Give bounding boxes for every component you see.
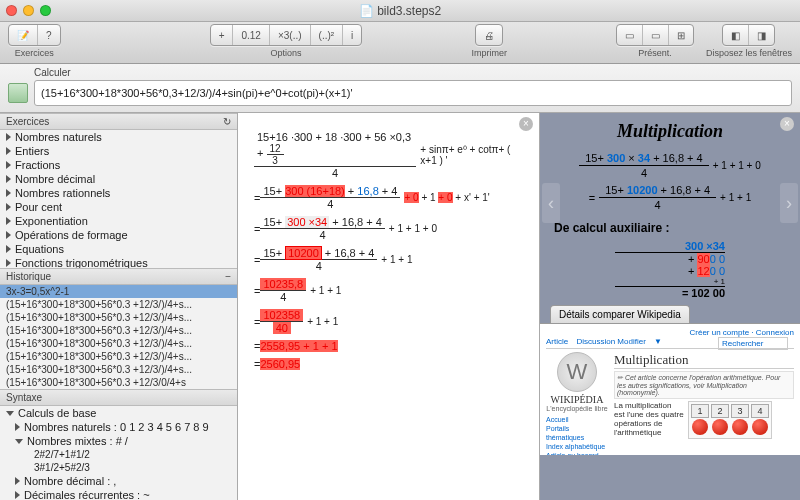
wiki-dropdown-icon[interactable]: ▼ xyxy=(654,337,662,346)
wiki-disambig: ✏ Cet article concerne l'opération arith… xyxy=(614,371,794,399)
exercices-button[interactable]: 📝 xyxy=(9,25,38,45)
syn-mix1[interactable]: 2#2/7+1#1/2 xyxy=(0,448,237,461)
wiki-link[interactable]: Portails thématiques xyxy=(546,424,608,442)
wikipedia-logo-icon: W xyxy=(557,352,597,392)
aux-header: De calcul auxiliaire : xyxy=(540,215,800,238)
exercices-panel-header: Exercices xyxy=(6,116,49,127)
ex-item-5[interactable]: Pour cent xyxy=(0,200,237,214)
exercices-label: Exercices xyxy=(15,48,54,58)
layout-btn-2[interactable]: ◨ xyxy=(749,25,774,45)
syn-dec[interactable]: Nombre décimal : , xyxy=(0,474,237,488)
syn-mix[interactable]: Nombres mixtes : # / xyxy=(0,434,237,448)
ex-item-2[interactable]: Fractions xyxy=(0,158,237,172)
present-btn-2[interactable]: ▭ xyxy=(643,25,669,45)
wiki-article-title: Multiplication xyxy=(614,352,794,369)
opt-plus[interactable]: + xyxy=(211,25,234,45)
layout-label: Disposez les fenêtres xyxy=(706,48,792,58)
hist-item[interactable]: (15+16*300+18*300+56*0.3 +12/3/)/4+s... xyxy=(0,298,237,311)
wiki-tab[interactable]: Détails comparer Wikipedia xyxy=(550,305,690,323)
ex-item-8[interactable]: Equations xyxy=(0,242,237,256)
syn-mix2[interactable]: 3#1/2+5#2/3 xyxy=(0,461,237,474)
wiki-login-links[interactable]: Créer un compte · Connexion xyxy=(546,328,794,337)
syntaxe-panel-header: Syntaxe xyxy=(6,392,42,403)
print-label: Imprimer xyxy=(471,48,507,58)
print-button[interactable]: 🖨 xyxy=(476,25,502,45)
present-label: Présent. xyxy=(638,48,672,58)
explanation-title: Multiplication xyxy=(540,113,800,148)
wiki-brand: WIKIPÉDIA xyxy=(546,394,608,405)
opt-sq3[interactable]: ×3(..) xyxy=(270,25,311,45)
ex-item-3[interactable]: Nombre décimal xyxy=(0,172,237,186)
opt-012[interactable]: 0.12 xyxy=(233,25,269,45)
wiki-figure: 1234 xyxy=(688,401,772,439)
ex-item-9[interactable]: Fonctions trigonométriques xyxy=(0,256,237,268)
solution-pane: × 15+16 ·300 + 18 ·300 + 56 ×0,3 + 1234 … xyxy=(238,113,540,500)
options-label: Options xyxy=(270,48,301,58)
opt-i[interactable]: i xyxy=(343,25,361,45)
opt-pow2[interactable]: (..)² xyxy=(311,25,344,45)
calc-cube-icon xyxy=(8,83,28,103)
syn-nat[interactable]: Nombres naturels : 0 1 2 3 4 5 6 7 8 9 xyxy=(0,420,237,434)
exercices-list: Nombres naturels Entiers Fractions Nombr… xyxy=(0,130,237,268)
hist-item[interactable]: (15+16*300+18*300+56*0.3 +12/3/)/4+s... xyxy=(0,363,237,376)
calc-input[interactable] xyxy=(34,80,792,106)
hist-item[interactable]: (15+16*300+18*300+56*0.3 +12/3/)/4+s... xyxy=(0,311,237,324)
right-close-icon[interactable]: × xyxy=(780,117,794,131)
exercices-help-button[interactable]: ? xyxy=(38,25,60,45)
hist-item[interactable]: (15+16*300+18*300+56*0.3 +12/3/)/4+s... xyxy=(0,324,237,337)
wiki-preview: Créer un compte · Connexion Article Disc… xyxy=(540,323,800,455)
syn-rec[interactable]: Décimales récurrentes : ~ xyxy=(0,488,237,500)
ex-item-1[interactable]: Entiers xyxy=(0,144,237,158)
collapse-icon[interactable]: − xyxy=(225,271,231,282)
hist-selected[interactable]: 3x-3=0,5x^2-1 xyxy=(0,285,237,298)
calc-label: Calculer xyxy=(34,67,792,78)
present-btn-3[interactable]: ⊞ xyxy=(669,25,693,45)
syn-head[interactable]: Calculs de base xyxy=(0,406,237,420)
wiki-link[interactable]: Accueil xyxy=(546,415,608,424)
present-btn-1[interactable]: ▭ xyxy=(617,25,643,45)
nav-next-icon[interactable]: › xyxy=(780,183,798,223)
hist-item[interactable]: (15+16*300+18*300+56*0.3 +12/3/)/4+s... xyxy=(0,350,237,363)
ex-item-0[interactable]: Nombres naturels xyxy=(0,130,237,144)
explanation-pane: × ‹ › Multiplication 15+ 300 × 34 + 16,8… xyxy=(540,113,800,500)
history-list: 3x-3=0,5x^2-1 (15+16*300+18*300+56*0.3 +… xyxy=(0,285,237,389)
ex-item-4[interactable]: Nombres rationnels xyxy=(0,186,237,200)
wiki-link[interactable]: Index alphabétique xyxy=(546,442,608,451)
window-title: 📄 bild3.steps2 xyxy=(0,4,800,18)
wiki-body-text: La multiplication est l'une des quatre o… xyxy=(614,401,684,439)
wiki-subtitle: L'encyclopédie libre xyxy=(546,405,608,412)
hist-item[interactable]: (15+16*300+18*300+56*0.3 +12/3/0/4+s xyxy=(0,376,237,389)
historique-panel-header: Historique xyxy=(6,271,51,282)
ex-item-6[interactable]: Exponentiation xyxy=(0,214,237,228)
wiki-tab-discussion[interactable]: Discussion Modifier xyxy=(576,337,645,346)
wiki-tab-article[interactable]: Article xyxy=(546,337,568,346)
wiki-search-input[interactable]: Rechercher xyxy=(718,337,788,350)
refresh-icon[interactable]: ↻ xyxy=(223,116,231,127)
hist-item[interactable]: (15+16*300+18*300+56*0.3 +12/3/)/4+s... xyxy=(0,337,237,350)
wiki-link[interactable]: Article au hasard xyxy=(546,451,608,455)
center-close-icon[interactable]: × xyxy=(519,117,533,131)
layout-btn-1[interactable]: ◧ xyxy=(723,25,749,45)
nav-prev-icon[interactable]: ‹ xyxy=(542,183,560,223)
syntax-list: Calculs de base Nombres naturels : 0 1 2… xyxy=(0,406,237,500)
ex-item-7[interactable]: Opérations de formage xyxy=(0,228,237,242)
